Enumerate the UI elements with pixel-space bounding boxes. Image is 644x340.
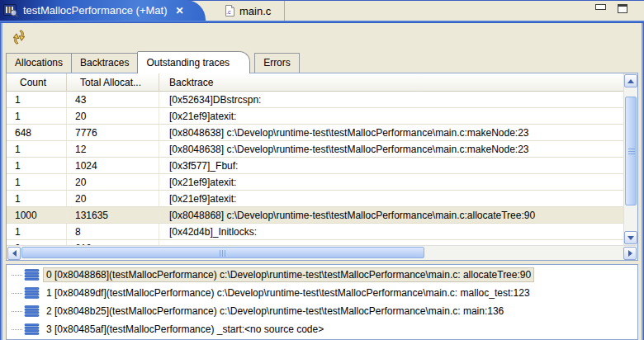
- stack-frame-label: 1 [0x80489df](testMallocPerformance) c:\…: [44, 286, 533, 300]
- cell-backtrace: [0x21ef9]atexit:: [159, 174, 623, 190]
- cell-backtrace: [0x52634]DBstrcspn:: [159, 92, 623, 107]
- scroll-up-button[interactable]: [624, 74, 637, 87]
- horizontal-scrollbar[interactable]: [7, 245, 637, 260]
- cell-backtrace: [0x8048868] c:\Develop\runtime-test\test…: [159, 207, 623, 223]
- table-row[interactable]: 1000 131635 [0x8048868] c:\Develop\runti…: [7, 207, 623, 224]
- cell-total-allocated: 20: [67, 174, 159, 190]
- cell-total-allocated: 20: [67, 191, 159, 206]
- close-icon[interactable]: ✕: [175, 5, 183, 17]
- cell-total-allocated: 20: [67, 108, 159, 124]
- tree-connector: [12, 293, 22, 294]
- editor-tabbar: testMallocPerformance (+Mat) ✕ .c main.c: [0, 0, 644, 21]
- cell-backtrace: [0x21ef9]atexit:: [159, 108, 623, 124]
- tree-connector: [12, 275, 22, 276]
- stack-frame-icon: [24, 305, 40, 318]
- table-row[interactable]: 1 20 [0x21ef9]atexit:: [7, 108, 623, 125]
- stack-trace-panel: 0 [0x8048868](testMallocPerformance) c:\…: [6, 264, 638, 340]
- stack-frame-label: 3 [0x80485af](testMallocPerformance) _st…: [44, 323, 326, 336]
- horizontal-scroll-thumb[interactable]: [21, 247, 424, 258]
- cell-count: 1: [7, 158, 67, 173]
- tree-connector: [12, 311, 22, 312]
- arrow-right-icon: [628, 250, 636, 257]
- result-tab[interactable]: Outstanding traces: [137, 51, 250, 73]
- stack-frame-row[interactable]: 0 [0x8048868](testMallocPerformance) c:\…: [7, 266, 637, 284]
- cell-backtrace: [0x21ef9]atexit:: [159, 191, 623, 206]
- c-file-icon: .c: [225, 5, 234, 17]
- result-tab[interactable]: Allocations: [6, 53, 72, 73]
- outstanding-traces-table: CountTotal Allocat...Backtrace 1 43 [0x5…: [6, 73, 638, 261]
- cell-total-allocated: 1024: [67, 158, 159, 173]
- refresh-arrows-icon[interactable]: [10, 29, 28, 45]
- tab-main-c[interactable]: .c main.c: [216, 1, 285, 21]
- column-header[interactable]: Total Allocat...: [67, 73, 159, 91]
- tab-test-malloc-performance[interactable]: testMallocPerformance (+Mat) ✕: [0, 0, 206, 21]
- stack-frame-label: 2 [0x8048b25](testMallocPerformance) c:\…: [44, 305, 506, 318]
- cell-count: 1: [7, 224, 67, 239]
- view-frame-left: [0, 23, 2, 340]
- tab-label: testMallocPerformance (+Mat): [23, 4, 167, 17]
- stack-frame-row[interactable]: 2 [0x8048b25](testMallocPerformance) c:\…: [7, 302, 637, 320]
- minimize-icon[interactable]: [595, 4, 606, 10]
- vertical-scroll-thumb[interactable]: [625, 97, 637, 205]
- cell-total-allocated: 8: [67, 224, 159, 239]
- stack-frame-icon: [24, 323, 40, 336]
- stack-frame-row[interactable]: 3 [0x80485af](testMallocPerformance) _st…: [7, 320, 637, 338]
- cell-backtrace: [0x3f577]_Fbuf:: [159, 158, 623, 173]
- tree-connector: [12, 329, 22, 330]
- result-tab[interactable]: Backtraces: [71, 53, 138, 73]
- thumb-grip: [628, 148, 635, 154]
- table-row[interactable]: 648 7776 [0x8048638] c:\Develop\runtime-…: [7, 125, 623, 141]
- vertical-scrollbar[interactable]: [623, 73, 637, 245]
- table-row[interactable]: 1 8 [0x42d4b]_Initlocks:: [7, 224, 623, 240]
- column-header[interactable]: Count: [7, 73, 67, 91]
- arrow-down-icon: [627, 236, 634, 243]
- result-tab[interactable]: Errors: [254, 53, 300, 73]
- stack-frame-icon: [24, 269, 40, 281]
- cell-backtrace: [0x42d4b]_Initlocks:: [159, 224, 623, 239]
- cell-backtrace: [0x8048638] c:\Develop\runtime-test\test…: [159, 125, 623, 140]
- scroll-right-button[interactable]: [623, 247, 637, 260]
- view-window-buttons: [595, 4, 627, 13]
- result-tabs: AllocationsBacktracesOutstanding tracesE…: [6, 50, 299, 73]
- scroll-left-button[interactable]: [7, 247, 21, 260]
- table-row[interactable]: 1 43 [0x52634]DBstrcspn:: [7, 92, 623, 108]
- stack-frame-label: 0 [0x8048868](testMallocPerformance) c:\…: [44, 268, 533, 281]
- svg-text:.c: .c: [226, 9, 231, 15]
- cell-total-allocated: 131635: [67, 207, 159, 223]
- arrow-up-icon: [627, 76, 634, 83]
- cell-count: 1: [7, 174, 67, 190]
- cell-total-allocated: 43: [67, 92, 159, 107]
- cell-total-allocated: 12: [67, 141, 159, 157]
- table-row[interactable]: 1 20 [0x21ef9]atexit:: [7, 174, 623, 191]
- cell-count: 1000: [7, 207, 67, 223]
- table-row[interactable]: 1 1024 [0x3f577]_Fbuf:: [7, 158, 623, 174]
- cell-count: 1: [7, 108, 67, 124]
- stack-frame-icon: [24, 287, 40, 300]
- maximize-icon[interactable]: [618, 4, 627, 13]
- table-row[interactable]: 1 20 [0x21ef9]atexit:: [7, 191, 623, 207]
- cell-count: 1: [7, 191, 67, 206]
- table-row[interactable]: 1 12 [0x8048638] c:\Develop\runtime-test…: [7, 141, 623, 158]
- cell-backtrace: [0x8048638] c:\Develop\runtime-test\test…: [159, 141, 623, 157]
- tab-label: main.c: [239, 5, 271, 17]
- cell-count: 1: [7, 92, 67, 107]
- cell-total-allocated: 7776: [67, 125, 159, 140]
- table-body: 1 43 [0x52634]DBstrcspn: 1 20 [0x21ef9]a…: [7, 92, 623, 245]
- cell-count: 1: [7, 141, 67, 157]
- arrow-left-icon: [9, 250, 17, 257]
- table-header: CountTotal Allocat...Backtrace: [7, 73, 623, 92]
- cell-count: 648: [7, 125, 67, 140]
- view-toolbar: [2, 23, 642, 50]
- scroll-down-button[interactable]: [624, 231, 637, 244]
- profiler-view-icon: [3, 4, 18, 17]
- column-header[interactable]: Backtrace: [159, 73, 623, 91]
- thumb-grip: [220, 250, 226, 257]
- stack-frame-row[interactable]: 1 [0x80489df](testMallocPerformance) c:\…: [7, 284, 637, 302]
